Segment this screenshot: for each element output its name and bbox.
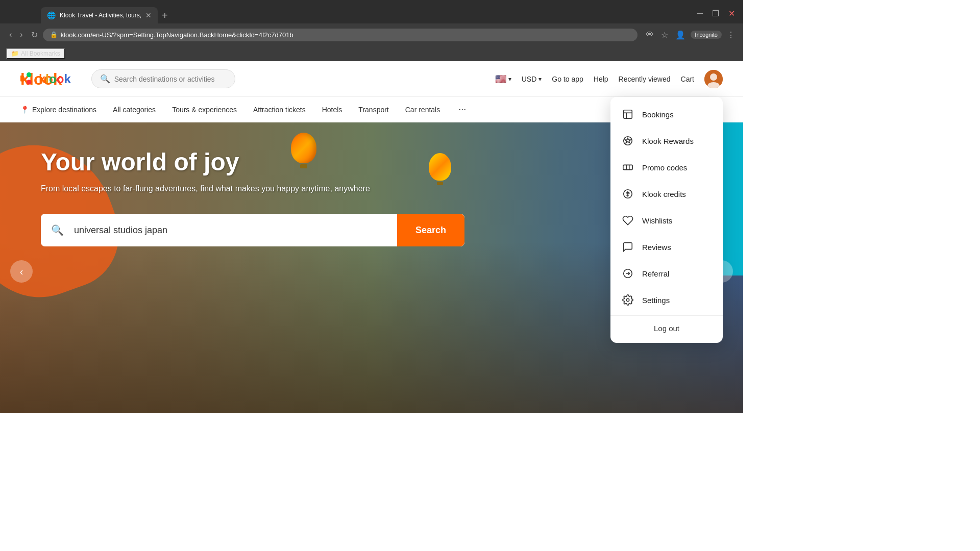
minimize-button[interactable]: ─ xyxy=(693,7,707,20)
back-button[interactable]: ‹ xyxy=(6,28,15,41)
star-icon[interactable]: ☆ xyxy=(659,28,670,42)
svg-point-2 xyxy=(27,72,32,77)
car-rentals-link[interactable]: Car rentals xyxy=(405,106,440,114)
dropdown-item-promo-codes[interactable]: Promo codes xyxy=(610,154,723,181)
extensions-icon[interactable]: ⋮ xyxy=(725,28,737,42)
address-bar[interactable]: 🔒 klook.com/en-US/?spm=Setting.TopNaviga… xyxy=(43,29,638,41)
cart-link[interactable]: Cart xyxy=(681,75,694,83)
svg-rect-11 xyxy=(623,165,632,169)
tab-close-button[interactable]: ✕ xyxy=(145,11,152,19)
eye-off-icon[interactable]: 👁 xyxy=(644,28,656,41)
svg-point-5 xyxy=(710,73,717,81)
reviews-label: Reviews xyxy=(642,243,671,252)
dropdown-divider xyxy=(610,315,723,316)
lock-icon: 🔒 xyxy=(50,31,58,38)
hotels-link[interactable]: Hotels xyxy=(322,106,342,114)
dropdown-item-referral[interactable]: Referral xyxy=(610,260,723,287)
klook-logo[interactable]: klook klook xyxy=(20,70,71,88)
dropdown-item-bookings[interactable]: Bookings xyxy=(610,101,723,128)
svg-point-3 xyxy=(27,80,32,85)
forward-button[interactable]: › xyxy=(17,28,26,41)
main-search-input[interactable] xyxy=(114,75,227,83)
wishlists-label: Wishlists xyxy=(642,216,672,225)
tab-title: Klook Travel - Activities, tours, xyxy=(60,12,141,19)
more-categories-button[interactable]: ··· xyxy=(458,104,466,115)
go-to-app-link[interactable]: Go to app xyxy=(552,75,583,83)
incognito-badge: Incognito xyxy=(691,31,722,39)
dropdown-item-reviews[interactable]: Reviews xyxy=(610,234,723,260)
klook-credits-label: Klook credits xyxy=(642,190,686,198)
currency-selector[interactable]: USD ▾ xyxy=(522,75,542,83)
language-selector[interactable]: 🇺🇸 ▾ xyxy=(495,73,511,85)
klook-rewards-label: Klook Rewards xyxy=(642,137,694,145)
klook-rewards-icon xyxy=(621,134,635,148)
transport-link[interactable]: Transport xyxy=(358,106,388,114)
settings-icon xyxy=(621,293,635,307)
recently-viewed-link[interactable]: Recently viewed xyxy=(619,75,671,83)
bookings-label: Bookings xyxy=(642,110,674,119)
dropdown-item-wishlists[interactable]: Wishlists xyxy=(610,207,723,234)
url-text: klook.com/en-US/?spm=Setting.TopNavigati… xyxy=(61,31,293,39)
hero-content: Your world of joy From local escapes to … xyxy=(41,148,464,246)
all-categories-link[interactable]: All categories xyxy=(113,106,156,114)
close-button[interactable]: ✕ xyxy=(724,7,739,20)
location-icon: 📍 xyxy=(20,106,29,114)
hero-search-bar: 🔍 Search xyxy=(41,214,464,246)
hero-title: Your world of joy xyxy=(41,148,464,176)
hero-previous-button[interactable]: ‹ xyxy=(10,260,33,283)
search-icon: 🔍 xyxy=(100,74,110,84)
help-link[interactable]: Help xyxy=(594,75,608,83)
hero-search-button[interactable]: Search xyxy=(397,214,464,246)
user-dropdown-menu: Bookings Klook Rewards Promo codes xyxy=(610,97,723,343)
klook-credits-icon xyxy=(621,187,635,201)
bookings-icon xyxy=(621,107,635,121)
logout-button[interactable]: Log out xyxy=(610,318,723,339)
active-tab[interactable]: 🌐 Klook Travel - Activities, tours, ✕ xyxy=(41,7,158,23)
settings-label: Settings xyxy=(642,296,670,305)
new-tab-button[interactable]: + xyxy=(158,10,172,21)
explore-destinations-link[interactable]: 📍 Explore destinations xyxy=(20,106,96,114)
folder-icon: 📁 xyxy=(11,50,19,57)
referral-label: Referral xyxy=(642,269,669,278)
dropdown-item-klook-rewards[interactable]: Klook Rewards xyxy=(610,128,723,154)
dropdown-item-klook-credits[interactable]: Klook credits xyxy=(610,181,723,207)
nav-right: 🇺🇸 ▾ USD ▾ Go to app Help Recently viewe… xyxy=(495,70,723,88)
wishlists-icon xyxy=(621,213,635,228)
promo-codes-icon xyxy=(621,160,635,174)
logo-text: klook xyxy=(39,72,71,86)
dropdown-item-settings[interactable]: Settings xyxy=(610,287,723,313)
main-search-bar[interactable]: 🔍 xyxy=(91,69,235,88)
maximize-button[interactable]: ❐ xyxy=(708,7,723,20)
hero-subtitle: From local escapes to far-flung adventur… xyxy=(41,184,464,193)
tours-experiences-link[interactable]: Tours & experiences xyxy=(172,106,237,114)
hero-search-icon: 🔍 xyxy=(41,224,64,236)
profile-icon[interactable]: 👤 xyxy=(673,28,688,42)
svg-rect-7 xyxy=(624,110,632,119)
svg-point-16 xyxy=(626,298,629,302)
user-avatar[interactable] xyxy=(704,70,723,88)
top-navigation: klook klook 🔍 🇺🇸 ▾ USD ▾ xyxy=(0,61,743,97)
tab-favicon: 🌐 xyxy=(47,11,56,19)
reviews-icon xyxy=(621,240,635,254)
bookmarks-folder-button[interactable]: 📁 All Bookmarks xyxy=(6,48,65,59)
referral-icon xyxy=(621,266,635,281)
promo-codes-label: Promo codes xyxy=(642,163,687,172)
attraction-tickets-link[interactable]: Attraction tickets xyxy=(253,106,306,114)
hero-search-input[interactable] xyxy=(64,225,397,236)
reload-button[interactable]: ↻ xyxy=(28,28,41,42)
